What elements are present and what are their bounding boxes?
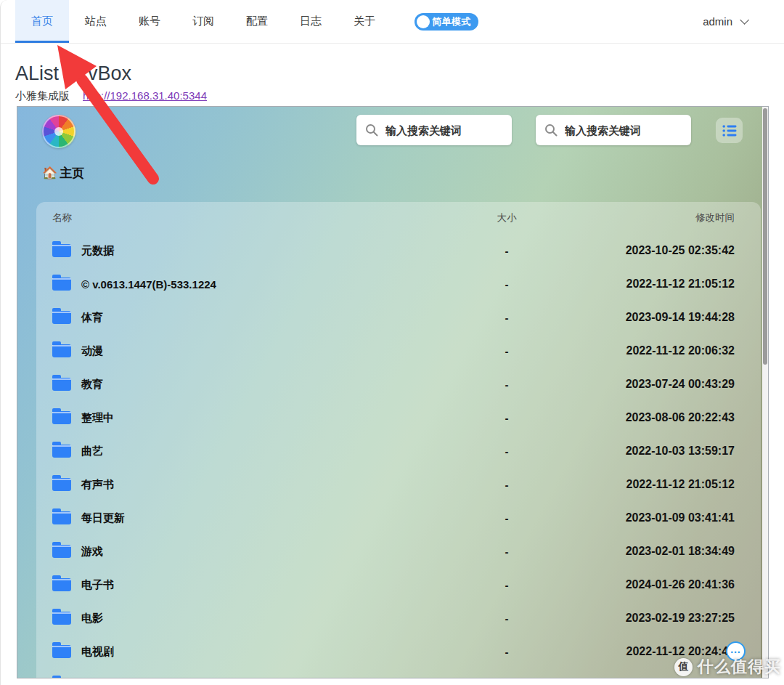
table-row[interactable]: 有声书 - 2022-11-12 21:05:12 bbox=[36, 468, 761, 501]
nav-tab-label: 配置 bbox=[246, 15, 268, 28]
file-name: 体育 bbox=[81, 311, 103, 325]
file-browser-frame: 🏠 主页 名称 大小 修改时间 元数据 - 2023-10-25 02:35:4… bbox=[17, 106, 769, 678]
column-header-size[interactable]: 大小 bbox=[463, 211, 550, 224]
folder-icon bbox=[52, 545, 71, 558]
nav-tab[interactable]: 配置 bbox=[230, 0, 284, 43]
nav-tab[interactable]: 日志 bbox=[284, 0, 338, 43]
file-size: - bbox=[463, 479, 550, 491]
file-modified: 2023-09-14 19:44:28 bbox=[550, 311, 761, 324]
folder-icon bbox=[52, 578, 71, 591]
file-size: - bbox=[463, 245, 550, 257]
table-row[interactable]: 动漫 - 2022-11-12 20:06:32 bbox=[36, 334, 761, 368]
search-input-secondary[interactable] bbox=[565, 124, 682, 137]
file-name: 曲艺 bbox=[81, 445, 103, 458]
folder-icon bbox=[52, 244, 71, 257]
table-row-partial[interactable] bbox=[36, 668, 761, 678]
file-name: 教育 bbox=[81, 378, 103, 392]
nav-tab[interactable]: 账号 bbox=[123, 0, 176, 43]
simple-mode-toggle[interactable]: 简单模式 bbox=[415, 13, 478, 31]
file-modified: 2022-11-12 21:05:12 bbox=[550, 478, 761, 491]
frame-scrollbar[interactable] bbox=[762, 107, 768, 678]
file-size: - bbox=[463, 312, 550, 324]
file-size: - bbox=[463, 278, 550, 291]
breadcrumb-home-label: 主页 bbox=[60, 165, 84, 182]
file-name: 电影 bbox=[81, 612, 103, 625]
nav-tab-label: 日志 bbox=[300, 15, 322, 28]
file-modified: 2024-01-26 20:41:36 bbox=[550, 578, 761, 591]
file-size: - bbox=[463, 546, 550, 558]
search-box-primary[interactable] bbox=[356, 115, 512, 145]
table-row[interactable]: 电视剧 - 2022-11-12 20:24:42 bbox=[36, 635, 761, 668]
file-name: 有声书 bbox=[81, 478, 114, 492]
table-row[interactable]: 元数据 - 2023-10-25 02:35:42 bbox=[36, 234, 761, 267]
file-modified: 2023-08-06 20:22:43 bbox=[550, 411, 761, 424]
watermark-logo: 值 bbox=[674, 658, 693, 676]
file-name: 元数据 bbox=[81, 244, 114, 258]
file-modified: 2022-11-12 20:06:32 bbox=[550, 344, 761, 357]
user-menu[interactable]: admin bbox=[703, 15, 746, 28]
file-size: - bbox=[463, 345, 550, 357]
file-name: 动漫 bbox=[81, 344, 103, 358]
folder-icon bbox=[52, 645, 71, 658]
folder-icon bbox=[52, 478, 71, 491]
file-modified: 2022-10-03 13:59:17 bbox=[550, 445, 761, 458]
folder-icon bbox=[52, 411, 71, 424]
edition-label: 小雅集成版 bbox=[15, 89, 70, 103]
file-name: 游戏 bbox=[81, 545, 103, 559]
user-name: admin bbox=[703, 15, 732, 28]
file-name: 电视剧 bbox=[81, 645, 114, 659]
file-modified: 2022-11-12 21:05:12 bbox=[550, 277, 761, 291]
folder-icon bbox=[52, 277, 71, 291]
file-modified: 2023-02-01 18:34:49 bbox=[550, 545, 761, 558]
top-nav: 首页 站点 账号 订阅 配置 日志 关于 简单模式 admin bbox=[1, 0, 784, 44]
nav-tab[interactable]: 站点 bbox=[69, 0, 123, 43]
column-header-modified[interactable]: 修改时间 bbox=[550, 211, 761, 224]
layout-toggle-button[interactable] bbox=[716, 118, 743, 143]
chevron-down-icon bbox=[740, 15, 749, 25]
file-modified: 2023-10-25 02:35:42 bbox=[550, 244, 761, 257]
search-box-secondary[interactable] bbox=[536, 115, 691, 145]
folder-icon bbox=[52, 511, 71, 524]
table-row[interactable]: 电影 - 2023-02-19 23:27:25 bbox=[36, 601, 761, 635]
nav-tab[interactable]: 首页 bbox=[15, 0, 69, 43]
file-size: - bbox=[463, 512, 550, 524]
pinwheel-logo-icon[interactable] bbox=[42, 115, 75, 148]
file-size: - bbox=[463, 445, 550, 458]
server-link[interactable]: http://192.168.31.40:5344 bbox=[83, 89, 207, 103]
file-size: - bbox=[463, 412, 550, 424]
scrollbar-thumb[interactable] bbox=[763, 108, 767, 365]
folder-icon bbox=[52, 311, 71, 324]
folder-icon bbox=[52, 378, 71, 391]
search-input-primary[interactable] bbox=[385, 124, 503, 137]
nav-tab[interactable]: 关于 bbox=[338, 0, 391, 43]
file-modified: 2023-07-24 00:43:29 bbox=[550, 378, 761, 391]
table-row[interactable]: 曲艺 - 2022-10-03 13:59:17 bbox=[36, 434, 761, 468]
file-name: © v.0613.1447(B)-533.1224 bbox=[81, 278, 216, 291]
search-icon bbox=[544, 123, 558, 137]
file-size: - bbox=[463, 378, 550, 391]
toggle-knob-icon bbox=[417, 15, 430, 28]
file-name: 整理中 bbox=[81, 411, 114, 425]
file-size: - bbox=[463, 579, 550, 591]
table-row[interactable]: © v.0613.1447(B)-533.1224 - 2022-11-12 2… bbox=[36, 267, 761, 301]
folder-icon bbox=[52, 445, 71, 458]
file-size: - bbox=[463, 612, 550, 625]
page-title: AList - TvBox bbox=[15, 62, 784, 85]
table-header: 名称 大小 修改时间 bbox=[36, 202, 761, 234]
nav-tab[interactable]: 订阅 bbox=[176, 0, 230, 43]
nav-tab-label: 账号 bbox=[139, 15, 160, 28]
breadcrumb[interactable]: 🏠 主页 bbox=[42, 165, 84, 182]
watermark-text: 什么值得买 bbox=[698, 656, 781, 678]
file-modified: 2023-01-09 03:41:41 bbox=[550, 511, 761, 524]
table-row[interactable]: 体育 - 2023-09-14 19:44:28 bbox=[36, 301, 761, 334]
column-header-name[interactable]: 名称 bbox=[36, 211, 463, 224]
home-icon: 🏠 bbox=[42, 166, 57, 181]
table-row[interactable]: 教育 - 2023-07-24 00:43:29 bbox=[36, 368, 761, 401]
nav-tab-label: 首页 bbox=[31, 15, 53, 28]
table-row[interactable]: 电子书 - 2024-01-26 20:41:36 bbox=[36, 568, 761, 601]
nav-tab-label: 站点 bbox=[85, 15, 107, 28]
table-row[interactable]: 整理中 - 2023-08-06 20:22:43 bbox=[36, 401, 761, 434]
table-row[interactable]: 游戏 - 2023-02-01 18:34:49 bbox=[36, 535, 761, 568]
list-view-icon bbox=[722, 124, 737, 137]
table-row[interactable]: 每日更新 - 2023-01-09 03:41:41 bbox=[36, 501, 761, 535]
